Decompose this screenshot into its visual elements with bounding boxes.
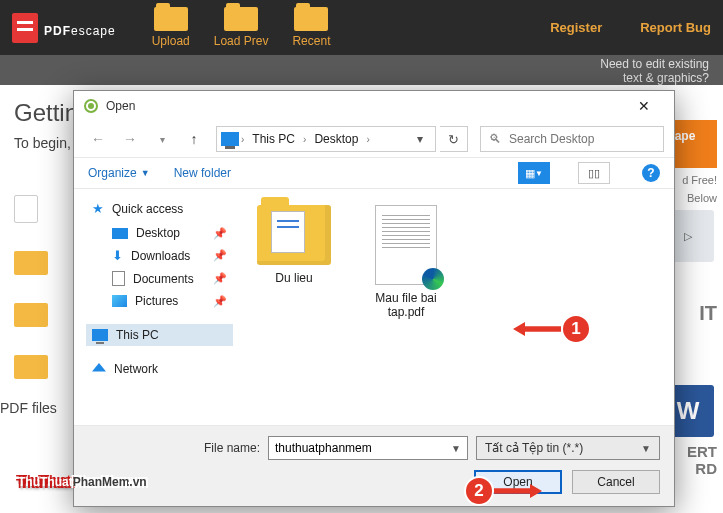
chevron-down-icon: ▼ [141, 168, 150, 178]
dialog-titlebar: Open ✕ [74, 91, 674, 121]
recent-dropdown[interactable]: ▾ [148, 126, 176, 152]
nav-documents[interactable]: Documents📌 [86, 267, 233, 290]
folder-icon [294, 7, 328, 31]
logo-text-rest: escape [71, 24, 116, 38]
back-button[interactable]: ← [84, 126, 112, 152]
document-icon [112, 271, 125, 286]
folder-icon [224, 7, 258, 31]
filename-combobox[interactable]: ▼ [268, 436, 468, 460]
address-bar[interactable]: › This PC › Desktop › ▾ [216, 126, 436, 152]
logo: PDFescape [12, 13, 116, 43]
pin-icon: 📌 [213, 295, 227, 308]
arrow-right-icon [494, 484, 542, 498]
logo-text-bold: PDF [44, 24, 71, 38]
register-link[interactable]: Register [550, 20, 602, 35]
pc-icon [92, 329, 108, 341]
filename-input[interactable] [275, 441, 445, 455]
address-dropdown[interactable]: ▾ [409, 127, 431, 151]
nav-pictures[interactable]: Pictures📌 [86, 290, 233, 312]
load-prev-button[interactable]: Load Prev [214, 7, 269, 48]
file-list[interactable]: Du lieu Mau file bai tap.pdf [237, 189, 674, 461]
folder-item[interactable]: Du lieu [245, 201, 343, 289]
promo-banner: Need to edit existing text & graphics? [0, 55, 723, 85]
pin-icon: 📌 [213, 272, 227, 285]
filetype-combobox[interactable]: Tất cả Tệp tin (*.*) ▼ [476, 436, 660, 460]
folder-chip-icon [14, 251, 48, 275]
upload-button[interactable]: Upload [152, 7, 190, 48]
filename-label: File name: [88, 441, 260, 455]
pc-icon [221, 132, 239, 146]
forward-button: → [116, 126, 144, 152]
pin-icon: 📌 [213, 249, 227, 262]
callout-1: 1 [513, 314, 591, 344]
chevron-down-icon[interactable]: ▼ [641, 443, 651, 454]
search-input[interactable] [509, 132, 659, 146]
nav-network[interactable]: Network [86, 358, 233, 380]
search-icon: 🔍︎ [489, 132, 501, 146]
dialog-title: Open [106, 99, 135, 113]
pictures-icon [112, 295, 127, 307]
folder-chip-icon [14, 355, 48, 379]
chevron-right-icon[interactable]: › [241, 134, 244, 145]
chevron-right-icon[interactable]: › [366, 134, 369, 145]
pdf-files-label: PDF files [0, 400, 57, 416]
close-button[interactable]: ✕ [624, 92, 664, 120]
pdf-thumbnail-icon [375, 205, 437, 285]
logo-icon [12, 13, 38, 43]
chevron-right-icon[interactable]: › [303, 134, 306, 145]
dialog-icon [84, 99, 98, 113]
refresh-button[interactable]: ↻ [440, 126, 468, 152]
arrow-left-icon [513, 322, 561, 336]
report-bug-link[interactable]: Report Bug [640, 20, 711, 35]
preview-pane-button[interactable]: ▯▯ [578, 162, 610, 184]
nav-this-pc[interactable]: This PC [86, 324, 233, 346]
pdf-chip-icon [14, 195, 38, 223]
download-icon: ⬇ [112, 248, 123, 263]
folder-chip-icon [14, 303, 48, 327]
new-folder-button[interactable]: New folder [174, 166, 231, 180]
edge-badge-icon [422, 268, 444, 290]
file-open-dialog: Open ✕ ← → ▾ ↑ › This PC › Desktop › ▾ ↻… [73, 90, 675, 507]
app-topbar: PDFescape Upload Load Prev Recent Regist… [0, 0, 723, 55]
help-button[interactable]: ? [642, 164, 660, 182]
folder-icon [154, 7, 188, 31]
organize-menu[interactable]: Organize ▼ [88, 166, 150, 180]
folder-icon [257, 205, 331, 265]
star-icon: ★ [92, 201, 104, 216]
breadcrumb-desktop[interactable]: Desktop [308, 130, 364, 148]
nav-downloads[interactable]: ⬇Downloads📌 [86, 244, 233, 267]
pin-icon: 📌 [213, 227, 227, 240]
nav-desktop[interactable]: Desktop📌 [86, 222, 233, 244]
search-box[interactable]: 🔍︎ [480, 126, 664, 152]
nav-quick-access[interactable]: ★Quick access [86, 197, 233, 220]
up-button[interactable]: ↑ [180, 126, 208, 152]
breadcrumb-pc[interactable]: This PC [246, 130, 301, 148]
chevron-down-icon[interactable]: ▼ [445, 443, 461, 454]
callout-2: 2 [464, 476, 542, 506]
pdf-file-item[interactable]: Mau file bai tap.pdf [357, 201, 455, 323]
network-icon [92, 363, 106, 375]
desktop-icon [112, 228, 128, 239]
nav-pane: ★Quick access Desktop📌 ⬇Downloads📌 Docum… [74, 189, 237, 461]
watermark: ThuThuatPhanMem.vn [18, 462, 147, 493]
view-mode-button[interactable]: ▦ ▼ [518, 162, 550, 184]
recent-button[interactable]: Recent [292, 7, 330, 48]
cancel-button[interactable]: Cancel [572, 470, 660, 494]
